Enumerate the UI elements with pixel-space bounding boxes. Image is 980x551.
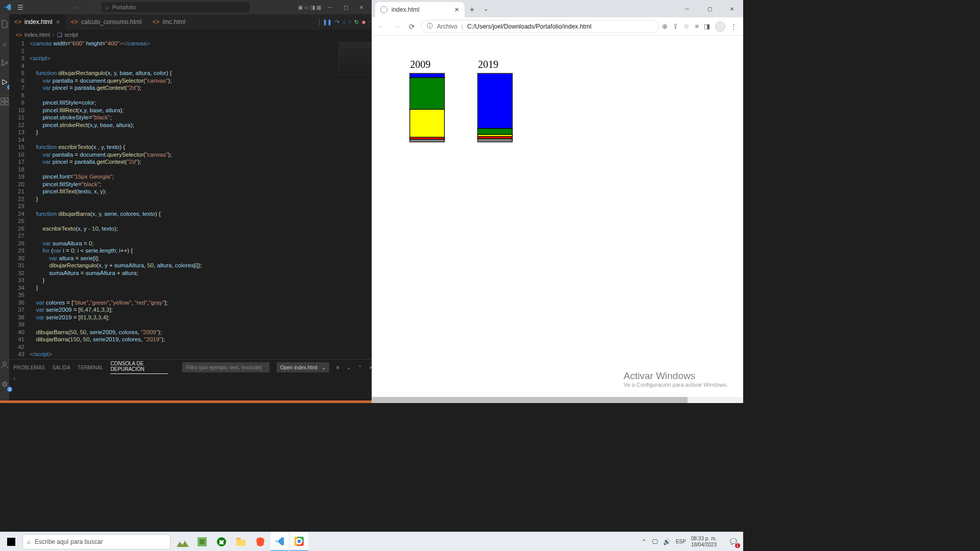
tab-search-icon[interactable]: ⌄ xyxy=(479,5,493,12)
panel-tab-salida[interactable]: SALIDA xyxy=(52,365,70,370)
extensions-icon[interactable] xyxy=(0,97,9,106)
nav-back-icon[interactable]: ← xyxy=(72,4,83,11)
chart-bar-segment xyxy=(410,140,445,142)
debug-stop-icon[interactable]: ■ xyxy=(362,19,365,25)
bookmark-star-icon[interactable]: ☆ xyxy=(683,22,690,30)
reload-icon[interactable]: ⟳ xyxy=(406,22,418,31)
action-center-icon[interactable]: 💬1 xyxy=(725,532,742,551)
debug-console-input[interactable]: › xyxy=(9,375,377,382)
nav-forward-icon[interactable]: → xyxy=(390,22,403,31)
svg-point-0 xyxy=(2,60,4,62)
minimap[interactable] xyxy=(336,40,377,359)
info-icon[interactable]: ⓘ xyxy=(427,22,433,31)
svg-point-7 xyxy=(3,362,6,365)
chart-bar-segment xyxy=(410,110,445,138)
profile-avatar-icon[interactable] xyxy=(715,21,725,32)
tray-monitor-icon[interactable]: 🖵 xyxy=(652,538,658,545)
taskbar-clock[interactable]: 08:33 p. m. 18/04/2023 xyxy=(691,536,720,548)
panel-tab-terminal[interactable]: TERMINAL xyxy=(78,365,104,370)
debug-target-select[interactable]: Open index.html⌄ xyxy=(277,362,329,372)
start-button[interactable] xyxy=(0,532,22,551)
debug-step-over-icon[interactable]: ↷ xyxy=(335,19,339,26)
layout-customize-icon[interactable]: ▦ xyxy=(316,5,321,10)
taskbar-explorer-icon[interactable] xyxy=(232,532,250,551)
tab-label: calculo_consumo.html xyxy=(81,18,142,26)
horizontal-scrollbar[interactable] xyxy=(372,397,743,403)
chart-bar-segment xyxy=(410,74,445,78)
address-bar[interactable]: ⓘ Archivo | C:/Users/joel/Downloads/Port… xyxy=(421,20,659,33)
vscode-window: ☰ ← → ⌕ Portafolio ▣ ▭ ◨ ▦ ─ ▢ ✕ ⌕ 1 xyxy=(0,0,372,403)
taskbar-xbox-icon[interactable] xyxy=(212,532,231,551)
search-icon[interactable]: ⌕ xyxy=(0,39,9,48)
new-tab-button[interactable]: + xyxy=(464,2,479,17)
activate-sub: Ve a Configuración para activar Windows. xyxy=(624,382,728,388)
url-scheme: Archivo xyxy=(437,23,457,30)
settings-gear-icon[interactable]: ⚙1 xyxy=(0,380,9,389)
explorer-icon[interactable] xyxy=(0,19,9,29)
source-control-icon[interactable] xyxy=(0,58,9,67)
nav-back-icon[interactable]: ← xyxy=(375,22,387,31)
window-minimize-icon[interactable]: ─ xyxy=(323,5,337,10)
breadcrumb[interactable]: <> index.html › ❑ script xyxy=(9,30,377,40)
chart-bar-segment xyxy=(478,139,512,141)
tab-close-icon[interactable]: ✕ xyxy=(454,6,459,13)
window-maximize-icon[interactable]: ▢ xyxy=(338,5,353,10)
debug-continue-icon[interactable]: ❚❚ xyxy=(319,19,332,26)
chrome-menu-icon[interactable]: ⋮ xyxy=(730,22,737,30)
command-center[interactable]: ⌕ Portafolio xyxy=(102,2,250,12)
status-bar[interactable] xyxy=(0,400,372,403)
html-file-icon: <> xyxy=(71,18,78,26)
tab-calculo-consumo[interactable]: <> calculo_consumo.html xyxy=(66,14,148,30)
share-icon[interactable]: ⇪ xyxy=(673,22,678,30)
filter-placeholder: Filtro (por ejemplo, text, !exclude) xyxy=(186,365,261,370)
windows-taskbar: ⌕ Escribe aquí para buscar ⌃ 🖵 🔊 ESP 08:… xyxy=(0,532,743,551)
panel-tab-debug-console[interactable]: CONSOLA DE DEPURACIÓN xyxy=(110,361,168,374)
taskbar-brave-icon[interactable] xyxy=(251,532,270,551)
taskbar-search[interactable]: ⌕ Escribe aquí para buscar xyxy=(22,534,170,549)
layout-panel-bottom-icon[interactable]: ▭ xyxy=(304,5,309,10)
account-icon[interactable] xyxy=(0,360,9,369)
activate-windows-watermark: Activar Windows Ve a Configuración para … xyxy=(624,370,728,388)
reading-list-icon[interactable]: ≡ xyxy=(695,22,699,30)
side-panel-icon[interactable]: ◨ xyxy=(704,22,710,30)
filter-input[interactable]: Filtro (por ejemplo, text, !exclude) xyxy=(182,362,269,372)
vscode-logo-icon xyxy=(4,4,11,11)
tab-close-icon[interactable]: ✕ xyxy=(56,19,60,26)
layout-panel-left-icon[interactable]: ▣ xyxy=(298,5,303,10)
chart-year-label: 2019 xyxy=(478,59,499,70)
debug-icon[interactable]: 1 xyxy=(0,78,9,87)
tray-volume-icon[interactable]: 🔊 xyxy=(663,538,671,545)
tray-chevron-icon[interactable]: ⌃ xyxy=(642,538,647,545)
collapse-panel-icon[interactable]: ⌄ xyxy=(347,365,351,370)
tray-language-icon[interactable]: ESP xyxy=(676,539,686,544)
layout-panel-right-icon[interactable]: ◨ xyxy=(310,5,315,10)
tab-imc[interactable]: <> imc.html xyxy=(147,14,191,30)
search-placeholder: Escribe aquí para buscar xyxy=(35,538,103,545)
browser-tab[interactable]: index.html ✕ xyxy=(375,2,464,17)
taskbar-chrome-icon[interactable] xyxy=(290,532,308,551)
nav-forward-icon[interactable]: → xyxy=(87,4,97,11)
taskbar-vscode-icon[interactable] xyxy=(271,532,289,551)
window-maximize-icon[interactable]: ▢ xyxy=(698,0,721,17)
debug-step-into-icon[interactable]: ↓ xyxy=(342,19,346,25)
chart-bar-segment xyxy=(478,129,512,135)
zoom-icon[interactable]: ⊕ xyxy=(662,22,668,30)
code-content[interactable]: <canvas width="600" height="400"></canva… xyxy=(30,40,336,359)
window-close-icon[interactable]: ✕ xyxy=(354,5,369,10)
search-icon: ⌕ xyxy=(27,538,31,545)
panel-tab-problemas[interactable]: PROBLEMAS xyxy=(13,365,45,370)
taskbar-landscape-icon[interactable] xyxy=(174,532,192,551)
maximize-panel-icon[interactable]: ⌃ xyxy=(358,365,362,370)
taskbar-minecraft-icon[interactable] xyxy=(193,532,211,551)
clear-console-icon[interactable]: ≡ xyxy=(336,365,339,370)
page-viewport[interactable]: 20092019 Activar Windows Ve a Configurac… xyxy=(372,36,743,403)
debug-restart-icon[interactable]: ↻ xyxy=(354,19,359,26)
tab-index-html[interactable]: <> index.html ✕ xyxy=(9,14,66,30)
menu-icon[interactable]: ☰ xyxy=(17,4,23,11)
code-editor[interactable]: 1234567891011121314151617181920212223242… xyxy=(9,40,377,359)
debug-step-out-icon[interactable]: ↑ xyxy=(349,19,352,25)
window-close-icon[interactable]: ✕ xyxy=(721,0,743,17)
url-text: C:/Users/joel/Downloads/Portafolio/index… xyxy=(467,23,591,30)
window-minimize-icon[interactable]: ─ xyxy=(676,0,698,17)
chart-bar-segment xyxy=(478,74,512,129)
